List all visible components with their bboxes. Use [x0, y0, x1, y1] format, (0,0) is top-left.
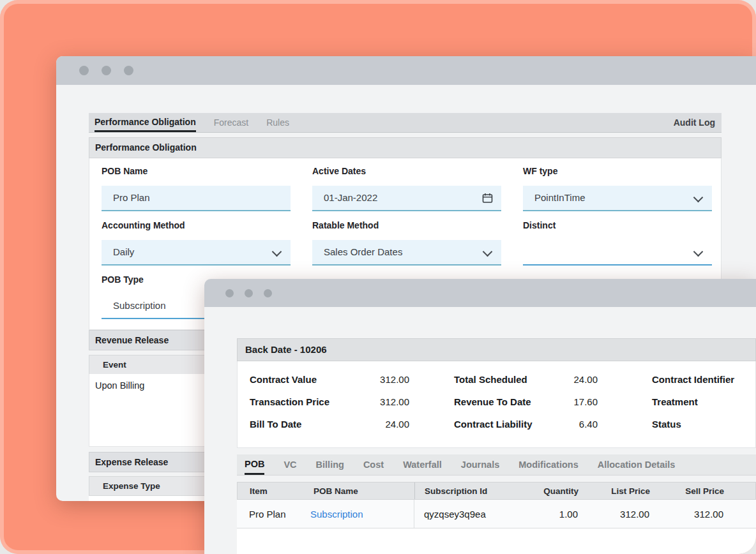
window-control-dot[interactable] — [264, 289, 272, 297]
calendar-icon[interactable] — [482, 193, 493, 206]
audit-log-button[interactable]: Audit Log — [674, 113, 715, 132]
wf-type-label: WF type — [523, 166, 557, 176]
section-title: Performance Obligation — [89, 137, 722, 158]
window-control-dot[interactable] — [225, 289, 234, 297]
main-tab-bar: Performance Obligation Forecast Rules Au… — [89, 113, 722, 133]
summary-row: Transaction Price 312.00 — [250, 391, 409, 413]
accounting-method-select[interactable]: Daily — [102, 240, 291, 266]
active-dates-value: 01-Jan-2022 — [312, 186, 501, 210]
window1-titlebar[interactable] — [56, 56, 756, 85]
summary-label: Total Scheduled — [454, 374, 527, 385]
summary-value: 17.60 — [573, 396, 598, 407]
tab-rules[interactable]: Rules — [266, 113, 289, 132]
cell-list-price: 312.00 — [585, 509, 656, 520]
summary-value: 312.00 — [380, 396, 409, 407]
accounting-method-value: Daily — [102, 240, 291, 264]
distinct-select[interactable] — [523, 240, 712, 266]
column-header-subscription-id[interactable]: Subscription Id — [414, 483, 532, 499]
pob-name-value: Pro Plan — [102, 186, 291, 210]
chevron-down-icon — [693, 247, 704, 257]
summary-row: Revenue To Date 17.60 — [454, 391, 598, 413]
summary-label: Revenue To Date — [454, 396, 531, 407]
tab-journals[interactable]: Journals — [461, 454, 499, 475]
ratable-method-value: Sales Order Dates — [312, 240, 501, 264]
tab-pob[interactable]: POB — [245, 454, 264, 475]
summary-row: Contract Identifier — [652, 368, 756, 391]
active-dates-label: Active Dates — [312, 166, 366, 176]
summary-label: Contract Liability — [454, 419, 533, 430]
summary-row: Bill To Date 24.00 — [250, 413, 409, 435]
cell-pob-name-link[interactable]: Subscription — [310, 509, 414, 520]
app-background: Performance Obligation Forecast Rules Au… — [0, 0, 756, 554]
table-header-row: Item POB Name Subscription Id Quantity L… — [237, 482, 756, 500]
summary-label: Contract Identifier — [652, 374, 734, 385]
tab-waterfall[interactable]: Waterfall — [403, 454, 442, 475]
contract-summary-panel: Contract Value 312.00 Transaction Price … — [237, 361, 756, 448]
wf-type-select[interactable]: PointInTime — [523, 186, 712, 211]
summary-row: Status — [652, 413, 756, 435]
ratable-method-select[interactable]: Sales Order Dates — [312, 240, 501, 266]
contract-tab-bar: POB VC Billing Cost Waterfall Journals M… — [237, 454, 756, 475]
window-control-dot[interactable] — [79, 66, 89, 75]
window2-titlebar[interactable] — [204, 279, 756, 307]
summary-value: 312.00 — [380, 374, 409, 385]
summary-label: Transaction Price — [250, 396, 329, 407]
summary-label: Treatment — [652, 396, 698, 407]
summary-row: Contract Value 312.00 — [250, 368, 409, 391]
window-control-dot[interactable] — [124, 66, 133, 75]
summary-value: 24.00 — [573, 374, 598, 385]
wf-type-value: PointInTime — [523, 186, 712, 210]
column-header-quantity[interactable]: Quantity — [532, 486, 586, 496]
cell-sell-price: 312.00 — [656, 509, 730, 520]
summary-label: Contract Value — [250, 374, 317, 385]
tab-billing[interactable]: Billing — [316, 454, 344, 475]
pob-name-input[interactable]: Pro Plan — [102, 186, 291, 211]
summary-row: Treatment — [652, 391, 756, 413]
window-control-dot[interactable] — [245, 289, 253, 297]
tab-allocation-details[interactable]: Allocation Details — [598, 454, 676, 475]
pob-name-label: POB Name — [102, 166, 147, 176]
table-row: Pro Plan Subscription qyzqsey3q9ea 1.00 … — [237, 500, 756, 528]
cell-subscription-id: qyzqsey3q9ea — [414, 500, 531, 528]
distinct-label: Distinct — [523, 220, 556, 230]
summary-row: Total Scheduled 24.00 — [454, 368, 598, 391]
column-header-item[interactable]: Item — [238, 486, 311, 496]
pob-type-label: POB Type — [102, 274, 144, 285]
tab-performance-obligation[interactable]: Performance Obligation — [94, 113, 196, 132]
pob-table: Item POB Name Subscription Id Quantity L… — [237, 482, 756, 554]
summary-label: Bill To Date — [250, 419, 301, 430]
tab-cost[interactable]: Cost — [363, 454, 384, 475]
active-dates-input[interactable]: 01-Jan-2022 — [312, 186, 501, 211]
contract-header: Back Date - 10206 — [237, 338, 756, 361]
column-header-list-price[interactable]: List Price — [586, 486, 657, 496]
accounting-method-label: Accounting Method — [102, 220, 185, 230]
window-control-dot[interactable] — [102, 66, 111, 75]
summary-row: Contract Liability 6.40 — [454, 413, 598, 435]
tab-forecast[interactable]: Forecast — [214, 113, 248, 132]
summary-label: Status — [652, 419, 681, 430]
cell-quantity: 1.00 — [531, 509, 585, 520]
summary-value: 24.00 — [385, 419, 409, 430]
cell-item: Pro Plan — [237, 509, 310, 520]
contract-detail-window: Back Date - 10206 Contract Value 312.00 … — [204, 279, 756, 554]
ratable-method-label: Ratable Method — [312, 220, 379, 230]
tab-modifications[interactable]: Modifications — [518, 454, 578, 475]
column-header-pob-name[interactable]: POB Name — [311, 486, 414, 496]
tab-vc[interactable]: VC — [284, 454, 296, 475]
column-header-sell-price[interactable]: Sell Price — [657, 486, 731, 496]
summary-value: 6.40 — [579, 419, 598, 430]
